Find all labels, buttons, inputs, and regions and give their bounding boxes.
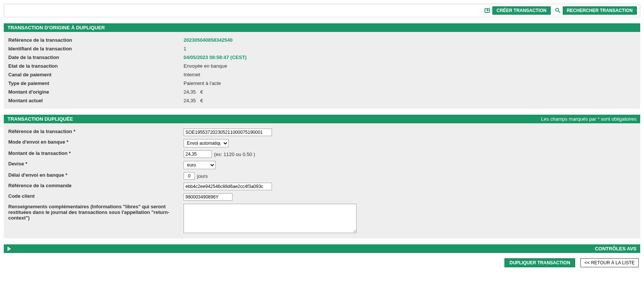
duplicated-transaction-section: TRANSACTION DUPLIQUÉE Les champs marqués… — [4, 115, 640, 238]
dup-amount-label: Montant de la transaction * — [7, 150, 184, 156]
search-icon — [554, 7, 561, 14]
origin-curr-amount-value: 24,35 — [184, 98, 196, 103]
dup-amount-hint: (ex: 1120 ou 0.50 ) — [214, 152, 255, 157]
duplicate-transaction-button[interactable]: DUPLIQUER TRANSACTION — [504, 258, 575, 267]
dup-delay-label: Délai d'envoi en banque * — [7, 172, 184, 178]
origin-section-header: TRANSACTION D'ORIGINE À DUPLIQUER — [4, 23, 640, 32]
origin-curr-amount-label: Montant actuel — [7, 98, 184, 103]
origin-channel-label: Canal de paiement — [7, 72, 184, 77]
origin-state-value: Envoyée en banque — [184, 63, 227, 69]
origin-ref-label: Référence de la transaction — [7, 37, 184, 43]
origin-orig-amount-value: 24,35 — [184, 89, 196, 95]
dup-order-ref-label: Référence de la commande — [7, 183, 184, 188]
dup-delay-unit: jours — [197, 173, 208, 179]
avs-section: CONTRÔLES AVS — [4, 244, 640, 253]
origin-channel-value: Internet — [184, 72, 200, 77]
avs-section-title: CONTRÔLES AVS — [595, 246, 636, 252]
create-transaction-button[interactable]: CRÉER TRANSACTION — [484, 6, 551, 15]
origin-state-label: Etat de la transaction — [7, 63, 184, 69]
dup-section-title: TRANSACTION DUPLIQUÉE — [8, 116, 73, 122]
dup-order-ref-input[interactable] — [184, 183, 272, 190]
dup-ref-input[interactable] — [184, 129, 272, 136]
origin-id-label: Identifiant de la transaction — [7, 46, 184, 52]
dup-extra-label: Renseignements complémentaires (Informat… — [7, 204, 184, 221]
create-transaction-label: CRÉER TRANSACTION — [492, 6, 551, 15]
dup-currency-label: Devise * — [7, 161, 184, 167]
avs-section-header[interactable]: CONTRÔLES AVS — [4, 244, 640, 253]
create-transaction-icon — [484, 7, 491, 14]
origin-section-body: Référence de la transaction 202305040858… — [4, 32, 640, 109]
dup-extra-textarea[interactable] — [184, 204, 357, 233]
expand-icon — [8, 247, 11, 251]
origin-type-label: Type de paiement — [7, 80, 184, 86]
origin-date-value: 04/05/2023 08:58:47 (CEST) — [184, 55, 247, 60]
top-toolbar: CRÉER TRANSACTION RECHERCHER TRANSACTION — [4, 4, 640, 17]
dup-required-note: Les champs marqués par * sont obligatoir… — [541, 116, 636, 122]
svg-point-1 — [556, 8, 559, 11]
dup-delay-input[interactable] — [184, 172, 195, 180]
origin-type-value: Paiement à l'acte — [184, 80, 221, 86]
origin-orig-amount-currency: € — [200, 89, 203, 95]
footer-actions: DUPLIQUER TRANSACTION << RETOUR À LA LIS… — [4, 256, 640, 267]
dup-section-body: Référence de la transaction * Mode d'env… — [4, 123, 640, 238]
origin-section-title: TRANSACTION D'ORIGINE À DUPLIQUER — [8, 25, 105, 30]
origin-date-label: Date de la transaction — [7, 55, 184, 60]
origin-transaction-section: TRANSACTION D'ORIGINE À DUPLIQUER Référe… — [4, 23, 640, 109]
dup-currency-select[interactable]: euro — [184, 161, 216, 169]
origin-orig-amount-label: Montant d'origine — [7, 89, 184, 95]
dup-client-code-input[interactable] — [184, 193, 232, 201]
search-transaction-label: RECHERCHER TRANSACTION — [563, 6, 637, 15]
back-to-list-button[interactable]: << RETOUR À LA LISTE — [580, 258, 639, 267]
dup-amount-input[interactable] — [184, 150, 212, 158]
dup-mode-select[interactable]: Envoi automatique — [184, 139, 229, 147]
dup-mode-label: Mode d'envoi en banque * — [7, 139, 184, 145]
search-transaction-button[interactable]: RECHERCHER TRANSACTION — [554, 6, 637, 15]
dup-client-code-label: Code client — [7, 193, 184, 199]
origin-id-value: 1 — [184, 46, 186, 52]
dup-section-header: TRANSACTION DUPLIQUÉE Les champs marqués… — [4, 115, 640, 123]
origin-ref-value: 202305040858342540 — [184, 37, 232, 43]
origin-curr-amount-currency: € — [200, 98, 203, 103]
dup-ref-label: Référence de la transaction * — [7, 129, 184, 134]
